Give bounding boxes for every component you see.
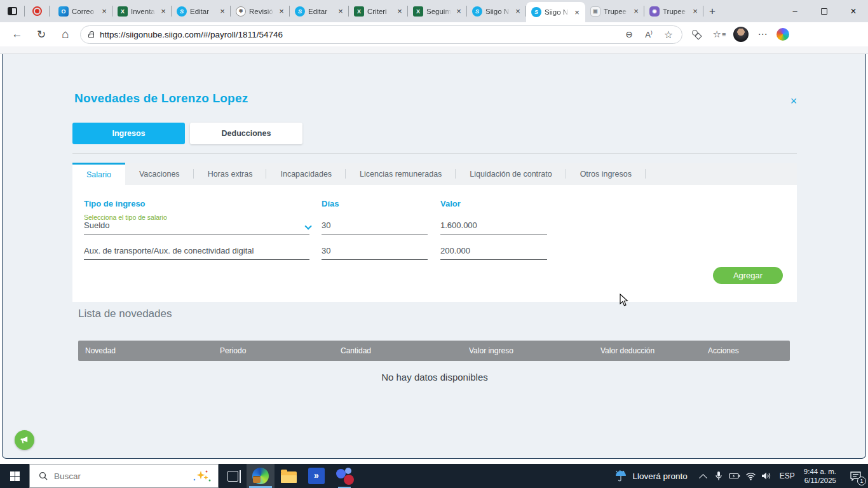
close-icon[interactable]	[513, 7, 522, 16]
reload-button[interactable]	[32, 25, 51, 44]
feedback-fab[interactable]	[15, 430, 34, 450]
browser-tab-criterios[interactable]: Criteri	[349, 0, 408, 22]
recording-indicator[interactable]	[29, 3, 45, 20]
browser-tab-seguimiento[interactable]: Seguim	[408, 0, 467, 22]
browser-tab-revision[interactable]: Revisió	[231, 0, 290, 22]
close-icon[interactable]	[573, 8, 581, 17]
browser-tab-trupee-2[interactable]: Trupee	[644, 0, 703, 22]
subtab-vacaciones[interactable]: Vacaciones	[125, 163, 194, 185]
close-icon[interactable]	[218, 7, 227, 16]
extensions-icon[interactable]	[688, 25, 705, 43]
close-icon[interactable]	[336, 7, 345, 16]
value-input-1[interactable]: 1.600.000	[440, 217, 547, 234]
agregar-button[interactable]: Agregar	[713, 267, 783, 284]
close-icon[interactable]	[395, 7, 404, 16]
search-input[interactable]	[54, 471, 186, 481]
action-center-button[interactable]: 1	[843, 464, 868, 488]
wifi-tray-button[interactable]	[743, 464, 759, 488]
language-indicator[interactable]: ESP	[775, 464, 800, 488]
zoom-out-icon[interactable]	[622, 29, 636, 39]
subtab-licencias-remuneradas[interactable]: Licencias remuneradas	[346, 163, 456, 185]
windows-taskbar: Lloverá pronto ESP 9:44 a. m. 6/11/2025 …	[0, 464, 868, 488]
subtab-incapacidades[interactable]: Incapacidades	[266, 163, 346, 185]
profile-avatar[interactable]	[733, 27, 749, 42]
umbrella-rain-icon	[614, 470, 627, 482]
novelty-table-header: Novedad Periodo Cantidad Valor ingreso V…	[78, 341, 790, 361]
collections-icon[interactable]	[710, 25, 728, 43]
days-input-1[interactable]: 30	[322, 217, 428, 234]
tab-title: Seguim	[426, 8, 451, 15]
notification-count-badge: 1	[857, 477, 866, 485]
close-icon[interactable]	[100, 7, 109, 16]
browser-tab-correo[interactable]: Correo	[53, 0, 112, 22]
blue-app-button[interactable]	[302, 464, 330, 488]
url-input[interactable]	[100, 30, 616, 39]
tab-actions-button[interactable]	[4, 3, 20, 20]
excel-icon	[413, 6, 423, 17]
tab-title: Siigo N	[545, 8, 569, 16]
folder-icon	[281, 471, 297, 483]
minimize-button[interactable]	[780, 0, 810, 22]
mouse-cursor	[620, 294, 629, 307]
close-window-button[interactable]	[839, 0, 868, 22]
task-view-icon	[227, 471, 238, 482]
battery-tray-button[interactable]	[727, 464, 743, 488]
edge-icon	[252, 468, 269, 484]
subtab-otros-ingresos[interactable]: Otros ingresos	[566, 163, 646, 185]
tab-ingresos[interactable]: Ingresos	[72, 123, 185, 144]
microphone-icon	[715, 471, 722, 481]
subtab-horas-extras[interactable]: Horas extras	[194, 163, 267, 185]
close-icon[interactable]	[632, 7, 641, 16]
close-modal-button[interactable]	[787, 94, 801, 108]
taskbar-spacer	[358, 464, 607, 488]
close-icon[interactable]	[277, 7, 286, 16]
microphone-tray-button[interactable]	[711, 464, 727, 488]
subtab-liquidacion-contrato[interactable]: Liquidación de contrato	[456, 163, 566, 185]
back-button[interactable]	[8, 25, 27, 44]
teams-button[interactable]	[330, 464, 358, 488]
close-icon[interactable]	[454, 7, 463, 16]
col-periodo: Periodo	[220, 341, 246, 361]
subtab-salario[interactable]: Salario	[72, 163, 125, 185]
close-icon[interactable]	[159, 7, 168, 16]
taskbar-search[interactable]	[29, 464, 219, 488]
days-value: 30	[322, 220, 330, 230]
value-input-2[interactable]: 200.000	[440, 243, 547, 260]
days-input-2[interactable]: 30	[322, 243, 428, 260]
value-value: 1.600.000	[440, 220, 477, 230]
browser-tab-editar-1[interactable]: Editar	[172, 0, 231, 22]
task-view-button[interactable]	[219, 464, 247, 488]
favorite-icon[interactable]	[661, 29, 675, 41]
income-subtabs: Salario Vacaciones Horas extras Incapaci…	[72, 163, 797, 185]
edge-taskbar-button[interactable]	[247, 464, 275, 488]
weather-label: Lloverá pronto	[633, 471, 688, 481]
browser-tab-editar-2[interactable]: Editar	[290, 0, 349, 22]
tab-title: Criteri	[367, 8, 392, 15]
address-bar[interactable]	[80, 25, 682, 44]
home-button[interactable]	[56, 25, 75, 44]
browser-tab-siigo-active[interactable]: Siigo N	[526, 2, 585, 22]
maximize-button[interactable]	[810, 0, 839, 22]
weather-widget[interactable]: Lloverá pronto	[607, 464, 695, 488]
column-header-valor: Valor	[440, 199, 461, 208]
tray-overflow-button[interactable]	[695, 464, 711, 488]
start-button[interactable]	[0, 464, 29, 488]
tab-actions-icon	[8, 7, 17, 15]
tab-deducciones[interactable]: Deducciones	[190, 123, 302, 144]
read-aloud-icon[interactable]	[642, 29, 656, 39]
tab-title: Editar	[190, 8, 215, 15]
new-tab-button[interactable]	[703, 3, 721, 20]
browser-tab-trupee-1[interactable]: Trupee	[585, 0, 644, 22]
copilot-icon[interactable]	[776, 28, 789, 41]
volume-tray-button[interactable]	[759, 464, 775, 488]
browser-tab-siigo-1[interactable]: Siigo N	[467, 0, 526, 22]
browser-tab-inventario[interactable]: Inventa	[112, 0, 172, 22]
excel-icon	[354, 6, 364, 17]
excel-icon	[118, 6, 128, 17]
transport-aux-field[interactable]: Aux. de transporte/Aux. de conectividad …	[84, 243, 309, 260]
settings-menu-icon[interactable]	[754, 25, 771, 43]
close-icon[interactable]	[691, 7, 700, 16]
salary-type-select[interactable]: Sueldo	[84, 217, 309, 234]
file-explorer-button[interactable]	[275, 464, 302, 488]
clock[interactable]: 9:44 a. m. 6/11/2025	[800, 464, 843, 488]
